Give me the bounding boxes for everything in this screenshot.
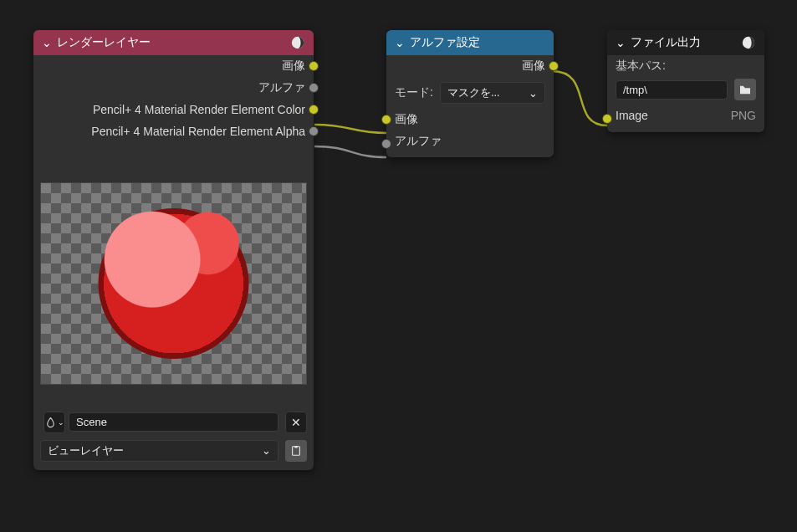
socket-out[interactable] [549, 61, 559, 71]
view-layer-row: ビューレイヤー ⌄ [33, 437, 314, 470]
scene-selector-row: ⌄ Scene ✕ [33, 408, 314, 437]
browse-folder-button[interactable] [734, 79, 756, 100]
socket-label: Image [616, 109, 648, 122]
render-preview [33, 176, 314, 391]
output-pencil-color[interactable]: Pencil+ 4 Material Render Element Color [33, 99, 314, 120]
mode-row: モード: マスクを... ⌄ [386, 77, 554, 109]
mode-value: マスクを... [447, 85, 500, 100]
base-path-label-row: 基本パス: [607, 55, 764, 77]
svg-rect-3 [294, 446, 298, 448]
node-render-layers[interactable]: ⌄ レンダーレイヤー 画像 アルファ Pencil+ 4 Material Re… [33, 30, 314, 470]
socket-label: 画像 [282, 59, 305, 74]
node-header[interactable]: ⌄ ファイル出力 [607, 30, 764, 55]
clipboard-icon [290, 445, 302, 457]
node-file-output[interactable]: ⌄ ファイル出力 基本パス: /tmp\ Image PNG [607, 30, 764, 132]
sphere-icon [741, 35, 756, 50]
scene-browse-button[interactable]: ⌄ [43, 412, 65, 433]
input-alpha[interactable]: アルファ [386, 130, 554, 157]
node-title: レンダーレイヤー [57, 35, 290, 50]
output-pencil-alpha[interactable]: Pencil+ 4 Material Render Element Alpha [33, 120, 314, 142]
output-image[interactable]: 画像 [386, 55, 554, 77]
pin-layer-button[interactable] [285, 440, 307, 462]
chevron-down-icon: ⌄ [42, 36, 52, 49]
input-image[interactable]: Image PNG [607, 105, 764, 132]
folder-icon [739, 84, 751, 95]
scene-field-value: Scene [76, 416, 107, 428]
chevron-down-icon: ⌄ [395, 36, 405, 49]
socket-in[interactable] [381, 139, 391, 149]
socket-in[interactable] [602, 114, 612, 124]
chevron-down-icon: ⌄ [529, 87, 538, 100]
view-layer-dropdown[interactable]: ビューレイヤー ⌄ [40, 440, 278, 462]
socket-label: 画像 [522, 59, 545, 74]
socket-label: アルファ [395, 134, 442, 149]
socket-in[interactable] [381, 115, 391, 125]
scene-field[interactable]: Scene [69, 412, 278, 432]
format-label: PNG [731, 109, 756, 122]
node-set-alpha[interactable]: ⌄ アルファ設定 画像 モード: マスクを... ⌄ 画像 アルファ [386, 30, 554, 157]
mode-label: モード: [395, 85, 433, 100]
socket-label: 画像 [395, 112, 418, 127]
chevron-down-icon: ⌄ [262, 444, 271, 457]
socket-out[interactable] [309, 126, 319, 136]
input-image[interactable]: 画像 [386, 109, 554, 130]
socket-out[interactable] [309, 83, 319, 93]
mode-dropdown[interactable]: マスクを... ⌄ [440, 82, 545, 104]
chevron-down-icon: ⌄ [58, 418, 64, 427]
output-image[interactable]: 画像 [33, 55, 314, 77]
socket-out[interactable] [309, 61, 319, 71]
sphere-icon [290, 35, 305, 50]
socket-label: Pencil+ 4 Material Render Element Alpha [91, 125, 305, 138]
clear-scene-button[interactable]: ✕ [285, 412, 307, 433]
node-title: アルファ設定 [410, 35, 545, 50]
socket-label: Pencil+ 4 Material Render Element Color [93, 103, 305, 116]
base-path-row: /tmp\ [607, 77, 764, 105]
node-title: ファイル出力 [631, 35, 741, 50]
view-layer-value: ビューレイヤー [48, 443, 124, 458]
preview-image [40, 182, 307, 385]
base-path-label: 基本パス: [616, 59, 666, 74]
node-header[interactable]: ⌄ アルファ設定 [386, 30, 554, 55]
drop-icon [44, 416, 57, 429]
node-header[interactable]: ⌄ レンダーレイヤー [33, 30, 314, 55]
socket-label: アルファ [258, 80, 305, 95]
socket-out[interactable] [309, 105, 319, 115]
base-path-value: /tmp\ [623, 84, 647, 96]
base-path-field[interactable]: /tmp\ [616, 80, 728, 100]
chevron-down-icon: ⌄ [616, 36, 626, 49]
close-icon: ✕ [291, 416, 301, 429]
output-alpha[interactable]: アルファ [33, 77, 314, 99]
